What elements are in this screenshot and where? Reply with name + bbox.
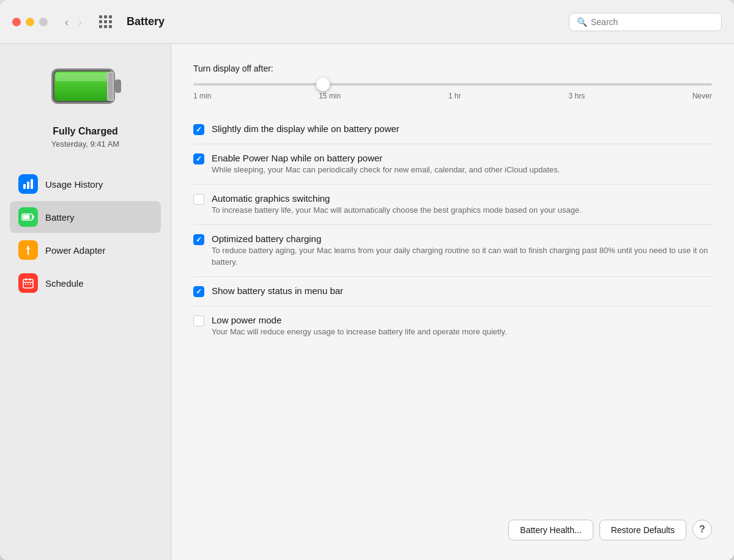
svg-rect-9 (31, 179, 33, 189)
schedule-icon (18, 273, 38, 293)
search-input[interactable] (591, 17, 714, 27)
forward-button[interactable]: › (76, 15, 84, 29)
checkbox-item-power-nap: Enable Power Nap while on battery power … (193, 144, 712, 185)
auto-graphics-description: To increase battery life, your Mac will … (212, 205, 712, 216)
auto-graphics-label: Automatic graphics switching (212, 193, 712, 204)
svg-rect-20 (30, 284, 31, 285)
svg-rect-6 (108, 73, 113, 100)
close-button[interactable] (12, 18, 21, 26)
svg-rect-4 (56, 73, 110, 81)
checkbox-item-dim-display: Slightly dim the display while on batter… (193, 115, 712, 144)
content-area: Fully Charged Yesterday, 9:41 AM Usage H… (0, 44, 734, 560)
sidebar-item-usage-history[interactable]: Usage History (10, 168, 161, 200)
help-button[interactable]: ? (692, 520, 712, 539)
optimized-charging-content: Optimized battery charging To reduce bat… (212, 234, 712, 267)
checkbox-item-low-power: Low power mode Your Mac will reduce ener… (193, 306, 712, 346)
battery-nav-icon (18, 207, 38, 227)
traffic-lights (12, 18, 48, 26)
sidebar-item-battery[interactable]: Battery (10, 201, 161, 233)
slider-section: Turn display off after: 1 min 15 min 1 h… (193, 64, 712, 100)
battery-graphic (49, 62, 122, 111)
usage-history-label: Usage History (45, 179, 103, 190)
minimize-button[interactable] (26, 18, 34, 26)
checkbox-show-status[interactable] (193, 286, 204, 297)
power-nap-label: Enable Power Nap while on battery power (212, 153, 712, 163)
nav-arrows: ‹ › (62, 15, 84, 29)
checkbox-low-power[interactable] (193, 315, 204, 326)
svg-rect-8 (27, 182, 29, 189)
power-adapter-label: Power Adapter (45, 245, 105, 256)
svg-marker-13 (26, 245, 30, 255)
dim-display-label: Slightly dim the display while on batter… (212, 123, 712, 134)
power-nap-content: Enable Power Nap while on battery power … (212, 153, 712, 175)
checkbox-item-auto-graphics: Automatic graphics switching To increase… (193, 185, 712, 225)
slider-label-15min: 15 min (319, 92, 341, 100)
footer: Battery Health... Restore Defaults ? (193, 507, 712, 540)
auto-graphics-content: Automatic graphics switching To increase… (212, 193, 712, 216)
checkbox-item-show-status: Show battery status in menu bar (193, 277, 712, 306)
power-nap-description: While sleeping, your Mac can periodicall… (212, 164, 712, 175)
checkbox-power-nap[interactable] (193, 153, 204, 164)
battery-health-button[interactable]: Battery Health... (508, 520, 593, 540)
slider-labels: 1 min 15 min 1 hr 3 hrs Never (193, 92, 712, 100)
sidebar-item-schedule[interactable]: Schedule (10, 267, 161, 299)
usage-history-icon (18, 174, 38, 194)
search-box[interactable]: 🔍 (569, 13, 722, 31)
svg-rect-12 (32, 216, 34, 219)
show-status-label: Show battery status in menu bar (212, 286, 712, 296)
system-preferences-window: ‹ › Battery 🔍 (0, 0, 734, 560)
search-icon: 🔍 (577, 17, 587, 27)
sidebar: Fully Charged Yesterday, 9:41 AM Usage H… (0, 44, 171, 560)
slider-thumb[interactable] (316, 78, 330, 91)
checkbox-optimized-charging[interactable] (193, 234, 204, 245)
low-power-description: Your Mac will reduce energy usage to inc… (212, 326, 712, 337)
checkbox-section: Slightly dim the display while on batter… (193, 115, 712, 507)
optimized-charging-description: To reduce battery aging, your Mac learns… (212, 245, 712, 267)
titlebar: ‹ › Battery 🔍 (0, 0, 734, 44)
grid-icon[interactable] (99, 15, 112, 28)
slider-title: Turn display off after: (193, 64, 712, 73)
svg-rect-16 (29, 278, 31, 281)
schedule-label: Schedule (45, 278, 84, 289)
battery-status: Fully Charged (53, 126, 118, 137)
main-panel: Turn display off after: 1 min 15 min 1 h… (171, 44, 734, 560)
low-power-content: Low power mode Your Mac will reduce ener… (212, 315, 712, 337)
maximize-button[interactable] (39, 18, 48, 26)
battery-nav-label: Battery (45, 212, 75, 223)
slider-label-1min: 1 min (193, 92, 211, 100)
page-title: Battery (127, 15, 559, 28)
restore-defaults-button[interactable]: Restore Defaults (599, 520, 686, 540)
svg-rect-19 (28, 284, 29, 285)
sidebar-item-power-adapter[interactable]: Power Adapter (10, 234, 161, 266)
checkbox-auto-graphics[interactable] (193, 194, 204, 205)
svg-rect-7 (23, 184, 26, 189)
checkbox-item-optimized-charging: Optimized battery charging To reduce bat… (193, 225, 712, 276)
svg-rect-2 (115, 79, 121, 93)
battery-icon-container (49, 62, 122, 114)
svg-rect-15 (26, 278, 27, 281)
svg-rect-11 (23, 215, 30, 219)
slider-label-1hr: 1 hr (448, 92, 461, 100)
show-status-content: Show battery status in menu bar (212, 286, 712, 297)
power-adapter-icon (18, 240, 38, 260)
dim-display-content: Slightly dim the display while on batter… (212, 123, 712, 135)
slider-track[interactable] (193, 83, 712, 86)
low-power-label: Low power mode (212, 315, 712, 325)
optimized-charging-label: Optimized battery charging (212, 234, 712, 244)
battery-time: Yesterday, 9:41 AM (51, 139, 119, 149)
back-button[interactable]: ‹ (62, 15, 71, 29)
slider-label-3hrs: 3 hrs (568, 92, 585, 100)
svg-rect-18 (25, 284, 26, 285)
slider-label-never: Never (692, 92, 712, 100)
checkbox-dim-display[interactable] (193, 124, 204, 135)
nav-list: Usage History Battery Power Adapter (10, 168, 161, 299)
svg-rect-17 (23, 282, 33, 283)
